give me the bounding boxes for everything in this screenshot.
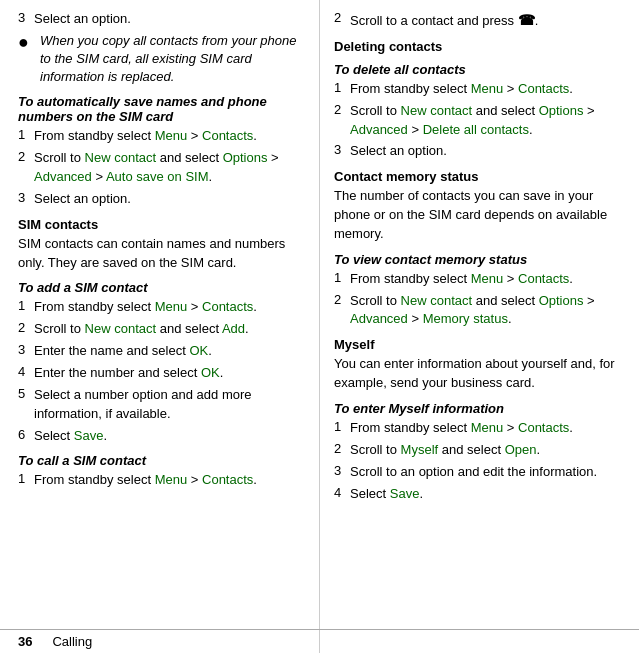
- my-step-2: 2 Scroll to Myself and select Open.: [334, 441, 625, 460]
- my-step-3: 3 Scroll to an option and edit the infor…: [334, 463, 625, 482]
- my-step-4: 4 Select Save.: [334, 485, 625, 504]
- add-link: Add: [222, 321, 245, 336]
- advanced-link-1: Advanced: [34, 169, 92, 184]
- right-step-2: 2 Scroll to a contact and press ☎.: [334, 10, 625, 31]
- memory-status-body: The number of contacts you can save in y…: [334, 187, 625, 244]
- sub-heading-delete-all: To delete all contacts: [334, 62, 625, 77]
- contacts-link-1: Contacts: [202, 128, 253, 143]
- autosave-step-2: 2 Scroll to New contact and select Optio…: [18, 149, 309, 187]
- add-sim-step-4: 4 Enter the number and select OK.: [18, 364, 309, 383]
- menu-link-1: Menu: [155, 128, 188, 143]
- add-sim-step-5: 5 Select a number option and add more in…: [18, 386, 309, 424]
- options-link-mem: Options: [539, 293, 584, 308]
- autosave-step-3: 3 Select an option.: [18, 190, 309, 209]
- menu-link-del-1: Menu: [471, 81, 504, 96]
- new-contact-link-2: New contact: [85, 321, 157, 336]
- contacts-link-2: Contacts: [202, 299, 253, 314]
- open-link: Open: [505, 442, 537, 457]
- memory-status-link: Memory status: [423, 311, 508, 326]
- new-contact-link-del: New contact: [401, 103, 473, 118]
- save-link-1: Save: [74, 428, 104, 443]
- menu-link-2: Menu: [155, 299, 188, 314]
- save-link-2: Save: [390, 486, 420, 501]
- call-sim-step-1: 1 From standby select Menu > Contacts.: [18, 471, 309, 490]
- note-icon: ●: [18, 32, 36, 87]
- add-sim-step-1: 1 From standby select Menu > Contacts.: [18, 298, 309, 317]
- contacts-link-mem-1: Contacts: [518, 271, 569, 286]
- footer-section: Calling: [52, 634, 92, 649]
- mem-step-2: 2 Scroll to New contact and select Optio…: [334, 292, 625, 330]
- contacts-link-3: Contacts: [202, 472, 253, 487]
- options-link-del: Options: [539, 103, 584, 118]
- auto-save-link: Auto save on SIM: [106, 169, 209, 184]
- contacts-link-del-1: Contacts: [518, 81, 569, 96]
- advanced-link-del: Advanced: [350, 122, 408, 137]
- advanced-link-mem: Advanced: [350, 311, 408, 326]
- autosave-step-1: 1 From standby select Menu > Contacts.: [18, 127, 309, 146]
- sub-heading-call-sim: To call a SIM contact: [18, 453, 309, 468]
- call-button-icon: ☎: [518, 12, 535, 28]
- sub-heading-add-sim: To add a SIM contact: [18, 280, 309, 295]
- page-number: 36: [18, 634, 32, 649]
- delete-all-link: Delete all contacts: [423, 122, 529, 137]
- new-contact-link-mem: New contact: [401, 293, 473, 308]
- myself-body: You can enter information about yourself…: [334, 355, 625, 393]
- sub-heading-autosave: To automatically save names and phone nu…: [18, 94, 309, 124]
- del-step-1: 1 From standby select Menu > Contacts.: [334, 80, 625, 99]
- sub-heading-view-memory: To view contact memory status: [334, 252, 625, 267]
- myself-heading: Myself: [334, 337, 625, 352]
- ok-link-2: OK: [201, 365, 220, 380]
- add-sim-step-2: 2 Scroll to New contact and select Add.: [18, 320, 309, 339]
- add-sim-step-6: 6 Select Save.: [18, 427, 309, 446]
- note-block: ● When you copy all contacts from your p…: [18, 32, 309, 87]
- mem-step-1: 1 From standby select Menu > Contacts.: [334, 270, 625, 289]
- deleting-contacts-heading: Deleting contacts: [334, 39, 625, 54]
- ok-link-1: OK: [189, 343, 208, 358]
- myself-link: Myself: [401, 442, 439, 457]
- footer: 36 Calling: [0, 629, 639, 653]
- memory-status-heading: Contact memory status: [334, 169, 625, 184]
- sim-contacts-body: SIM contacts can contain names and numbe…: [18, 235, 309, 273]
- contacts-link-my-1: Contacts: [518, 420, 569, 435]
- right-column: 2 Scroll to a contact and press ☎. Delet…: [320, 0, 639, 653]
- my-step-1: 1 From standby select Menu > Contacts.: [334, 419, 625, 438]
- add-sim-step-3: 3 Enter the name and select OK.: [18, 342, 309, 361]
- menu-link-3: Menu: [155, 472, 188, 487]
- left-column: 3 Select an option. ● When you copy all …: [0, 0, 320, 653]
- del-step-2: 2 Scroll to New contact and select Optio…: [334, 102, 625, 140]
- del-step-3: 3 Select an option.: [334, 142, 625, 161]
- step-3-intro: 3 Select an option.: [18, 10, 309, 29]
- menu-link-my-1: Menu: [471, 420, 504, 435]
- new-contact-link-1: New contact: [85, 150, 157, 165]
- options-link-1: Options: [223, 150, 268, 165]
- menu-link-mem-1: Menu: [471, 271, 504, 286]
- sim-contacts-heading: SIM contacts: [18, 217, 309, 232]
- sub-heading-myself-info: To enter Myself information: [334, 401, 625, 416]
